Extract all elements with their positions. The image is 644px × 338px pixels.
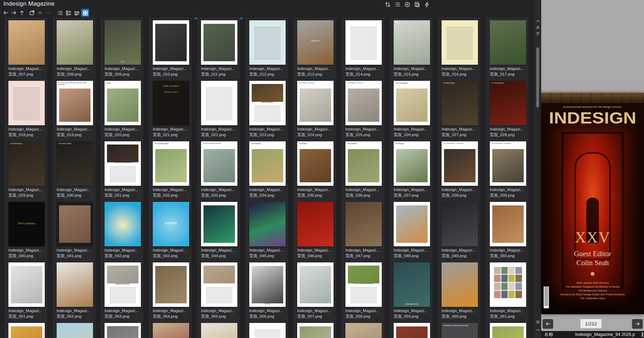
- thumbnail-image[interactable]: The Retail Space: [8, 141, 45, 186]
- thumbnail-item[interactable]: Indesign_Magazi...页面_057.png: [296, 262, 338, 319]
- grid-view-icon[interactable]: [81, 9, 89, 17]
- thumbnail-image[interactable]: The Social Space: [490, 81, 526, 125]
- thumbnail-item[interactable]: The LuminaryIndesign_Magazi...页面_040.png: [8, 202, 49, 259]
- thumbnail-image[interactable]: [201, 202, 237, 246]
- thumbnail-item[interactable]: The ProdigyIndesign_Magazi...页面_037.png: [393, 141, 434, 198]
- scrollbar-thumb[interactable]: [536, 47, 539, 107]
- thumbnail-item[interactable]: Indesign_Magazi...页面_055.png: [200, 262, 242, 319]
- thumbnail-item[interactable]: The Building - joint winnerIndesign_Maga…: [296, 81, 338, 138]
- thumbnail-image[interactable]: The Work Space: [442, 81, 478, 125]
- thumbnail-image[interactable]: DESIGNER RUGS: [394, 262, 430, 307]
- thumbnail-image[interactable]: The Graduate: [345, 141, 382, 186]
- thumbnail-item[interactable]: Best of the BestIndesign_Magazi...页面_023…: [249, 81, 290, 138]
- actions-icon[interactable]: [423, 1, 430, 8]
- tiles-view-icon[interactable]: [73, 9, 81, 17]
- thumbnail-image[interactable]: [442, 262, 478, 307]
- content-view-icon[interactable]: [64, 9, 72, 17]
- thumbnail-image[interactable]: [490, 323, 526, 338]
- thumbnail-image[interactable]: [297, 262, 334, 307]
- thumbnail-image[interactable]: [201, 81, 237, 125]
- thumbnail-image[interactable]: Abey: [394, 20, 430, 65]
- thumbnail-item[interactable]: [200, 323, 242, 338]
- thumbnail-image[interactable]: The Luminary: [8, 202, 45, 246]
- thumbnail-item[interactable]: The Learning SpaceIndesign_Magazi...页面_0…: [152, 141, 193, 198]
- vertical-scrollbar[interactable]: [534, 0, 541, 338]
- thumbnail-item[interactable]: Donald Judd in South AustraliaIndesign_M…: [345, 262, 386, 319]
- thumbnail-item[interactable]: Indesign_Magazi...页面_060.png: [441, 262, 482, 319]
- thumbnail-image[interactable]: The Object: [297, 141, 334, 186]
- thumbnail-image[interactable]: [297, 202, 334, 246]
- thumbnail-image[interactable]: Donald Judd in South Australia: [345, 262, 382, 307]
- thumbnail-item[interactable]: Indesign_Magazi...页面_007.png: [8, 20, 49, 77]
- thumbnail-image[interactable]: The Building - joint winner: [345, 81, 382, 125]
- thumbnail-item[interactable]: FLOORS THAT PERFORM, DESIGNS THAT IMPRES…: [56, 81, 97, 138]
- thumbnail-item[interactable]: The Retail SpaceIndesign_Magazi...页面_029…: [8, 141, 49, 198]
- thumbnail-item[interactable]: Indesign_Magazi...页面_047.png: [345, 202, 386, 259]
- thumbnail-item[interactable]: Indesign_Magazi...页面_050.png: [489, 202, 530, 259]
- thumbnail-image[interactable]: The Building - joint winner: [297, 81, 334, 125]
- thumbnail-image[interactable]: The Interior Space: [57, 141, 93, 186]
- zoom-in-icon[interactable]: [404, 1, 410, 8]
- thumbnail-item[interactable]: The Multi-Residential BuildingIndesign_M…: [200, 141, 242, 198]
- thumbnail-item[interactable]: Indesign_Magazi...页面_041.png: [56, 202, 97, 259]
- thumbnail-item[interactable]: Indesign_Magazi...页面_010.png: [152, 20, 193, 77]
- thumbnail-item[interactable]: Indesign_Magazi...页面_052.png: [56, 262, 97, 319]
- thumbnail-image[interactable]: [201, 323, 237, 338]
- thumbnail-item[interactable]: Indesign_Magazi...页面_011.png: [200, 20, 242, 77]
- thumbnail-item[interactable]: ZenithIndesign_Magazi...页面_020.png: [104, 81, 145, 138]
- thumbnail-image[interactable]: [345, 323, 382, 338]
- thumbnail-item[interactable]: [104, 323, 145, 338]
- thumbnail-item[interactable]: Indesign_Magazi...页面_042.png: [104, 202, 145, 259]
- thumbnail-image[interactable]: [8, 81, 45, 125]
- thumbnail-item[interactable]: The Work SpaceIndesign_Magazi...页面_027.p…: [441, 81, 482, 138]
- thumbnail-image[interactable]: The Multi-Residential Building: [201, 141, 237, 186]
- thumbnail-image[interactable]: [8, 323, 45, 338]
- scroll-down-icon[interactable]: [535, 327, 541, 332]
- thumbnail-item[interactable]: The Social SpaceIndesign_Magazi...页面_028…: [489, 81, 530, 138]
- preview-cover[interactable]: A professional resource for the design c…: [541, 93, 644, 314]
- thumbnail-image[interactable]: [153, 20, 189, 65]
- thumbnail-image[interactable]: [201, 20, 237, 65]
- thumbnail-item[interactable]: The GraduateIndesign_Magazi...页面_036.png: [345, 141, 386, 198]
- thumbnail-item[interactable]: The Building - joint winnerIndesign_Maga…: [345, 81, 386, 138]
- thumbnail-item[interactable]: Indesign_Magazi...页面_044.png: [200, 202, 242, 259]
- thumbnail-item[interactable]: INSPIREIndesign_Magazi...页面_043.png: [152, 202, 193, 259]
- thumbnail-item[interactable]: twenty fiveIndesign_Magazi...页面_013.png: [296, 20, 338, 77]
- thumbnail-item[interactable]: Indesign_Magazi...页面_054.png: [152, 262, 193, 319]
- thumbnail-item[interactable]: [56, 323, 97, 338]
- thumbnail-image[interactable]: [8, 262, 45, 307]
- thumbnail-item[interactable]: The Photographer - CommercialIndesign_Ma…: [441, 141, 482, 198]
- thumbnail-item[interactable]: Indesign_Magazi...页面_014.png: [345, 20, 386, 77]
- thumbnail-image[interactable]: Zenith: [105, 81, 141, 125]
- thumbnail-image[interactable]: FLOORS THAT PERFORM, DESIGNS THAT IMPRES…: [57, 81, 93, 125]
- thumbnail-image[interactable]: [442, 20, 478, 65]
- thumbnail-item[interactable]: The InfluencerIndesign_Magazi...页面_034.p…: [249, 141, 290, 198]
- thumbnail-image[interactable]: INDE.AWARDSWinners 2025: [153, 81, 189, 125]
- thumbnail-image[interactable]: Making connections: [105, 262, 141, 307]
- thumbnail-image[interactable]: The Influencer: [249, 141, 286, 186]
- thumbnail-item[interactable]: [152, 323, 193, 338]
- thumbnail-image[interactable]: [8, 20, 45, 65]
- thumbnail-image[interactable]: The Learning Space: [153, 141, 189, 186]
- sort-icon[interactable]: [384, 1, 391, 8]
- list-view-icon[interactable]: [56, 9, 64, 17]
- thumbnail-image[interactable]: [394, 202, 430, 246]
- thumbnail-item[interactable]: The ObjectIndesign_Magazi...页面_035.png: [296, 141, 338, 198]
- thumbnail-item[interactable]: AbeyIndesign_Magazi...页面_015.png: [393, 20, 434, 77]
- thumbnail-image[interactable]: [345, 20, 382, 65]
- thumbnail-item[interactable]: Indesign_Magazi...页面_012.png: [249, 20, 290, 77]
- thumbnail-item[interactable]: Indesign_Magazi...页面_018.png: [8, 81, 49, 138]
- thumbnail-item[interactable]: Geometry, harmony & beauty.: [441, 323, 482, 338]
- resize-grip-icon[interactable]: [642, 332, 643, 337]
- thumbnail-item[interactable]: Indesign_Magazi...页面_046.png: [296, 202, 338, 259]
- scroll-up-icon[interactable]: [535, 18, 541, 24]
- thumbnail-item[interactable]: The Interior SpaceIndesign_Magazi...页面_0…: [56, 141, 97, 198]
- expand-icon[interactable]: [44, 9, 52, 16]
- thumbnail-image[interactable]: [105, 323, 141, 338]
- thumbnail-item[interactable]: [489, 323, 530, 338]
- collapse-icon[interactable]: [36, 9, 44, 16]
- thumbnail-image[interactable]: KROSt: [249, 262, 286, 307]
- thumbnail-image[interactable]: Best of the Best: [249, 81, 286, 125]
- forward-icon[interactable]: [10, 9, 17, 16]
- thumbnail-image[interactable]: [249, 202, 286, 246]
